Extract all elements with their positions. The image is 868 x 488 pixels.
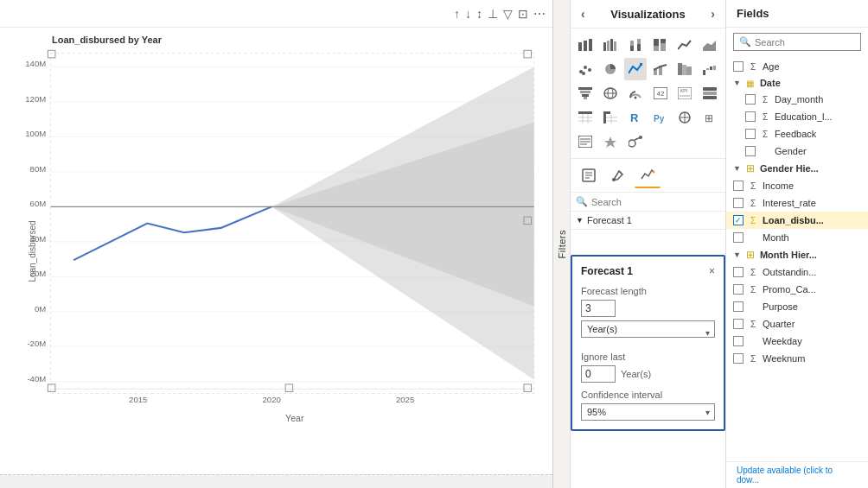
viz-icon-scatter[interactable] [574, 58, 597, 80]
field-item-purpose[interactable]: Purpose [726, 298, 868, 315]
field-item-day-month[interactable]: Σ Day_month [726, 91, 868, 108]
field-item-gender[interactable]: Gender [726, 143, 868, 160]
viz-paint-icon[interactable] [605, 162, 631, 188]
sort-asc-icon[interactable]: ↑ [454, 7, 460, 21]
svg-text:R: R [630, 111, 639, 124]
viz-icon-clustered-bar[interactable] [599, 34, 622, 56]
viz-icon-custom[interactable]: ⊞ [699, 106, 721, 129]
field-item-income[interactable]: Σ Income [726, 177, 868, 194]
viz-icon-area[interactable] [699, 34, 721, 56]
field-checkbox-promo[interactable] [733, 284, 744, 295]
svg-text:80M: 80M [30, 164, 47, 174]
field-item-promo[interactable]: Σ Promo_Ca... [726, 281, 868, 298]
svg-rect-41 [614, 41, 616, 51]
viz-nav-left[interactable]: ‹ [578, 7, 589, 21]
svg-text:42: 42 [656, 90, 664, 98]
field-item-feedback[interactable]: Σ Feedback [726, 125, 868, 143]
fields-title: Fields [737, 7, 769, 20]
viz-icon-line-active[interactable] [624, 58, 647, 80]
viz-format-icon[interactable] [576, 162, 602, 188]
field-item-quarter[interactable]: Σ Quarter [726, 315, 868, 333]
viz-icon-stacked-bar[interactable] [624, 34, 647, 56]
viz-search-input[interactable] [591, 197, 720, 207]
field-icon-hierarchy-month: ⊞ [744, 249, 756, 261]
fields-search-bar[interactable]: 🔍 [733, 33, 861, 51]
viz-icon-line[interactable] [673, 34, 696, 56]
fields-search-input[interactable] [755, 37, 868, 48]
field-item-loan-disburse[interactable]: Σ Loan_disbu... [726, 212, 868, 229]
viz-icon-pie[interactable] [599, 58, 622, 80]
viz-nav-right-arrow[interactable]: › [707, 7, 718, 21]
field-icon-sigma-age: Σ [747, 62, 759, 72]
field-item-age[interactable]: Σ Age [726, 58, 868, 75]
sort-desc-icon[interactable]: ↓ [465, 7, 471, 21]
more-icon[interactable]: ⋯ [533, 7, 546, 21]
field-item-interest-rate[interactable]: Σ Interest_rate [726, 194, 868, 212]
field-group-date[interactable]: ▼ ▦ Date [726, 75, 868, 91]
viz-icon-ribbon[interactable] [673, 58, 696, 80]
svg-rect-43 [630, 41, 634, 46]
forecast-length-input[interactable] [581, 300, 616, 317]
viz-icon-r[interactable]: R [624, 106, 647, 129]
field-group-month-hier[interactable]: ▼ ⊞ Month Hier... [726, 246, 868, 263]
field-checkbox-weeknum[interactable] [733, 353, 744, 364]
field-item-education[interactable]: Σ Education_l... [726, 108, 868, 125]
field-checkbox-feedback[interactable] [745, 129, 756, 139]
expand-icon[interactable]: ⊥ [488, 7, 498, 21]
viz-icon-card[interactable]: 42 [649, 82, 672, 105]
viz-icon-table[interactable] [574, 106, 597, 129]
filter-icon[interactable]: ▽ [503, 7, 513, 21]
svg-point-52 [584, 66, 587, 69]
viz-icon-combo[interactable] [649, 58, 672, 80]
viz-icon-100-bar[interactable] [649, 34, 672, 56]
viz-icon-kpi[interactable]: KPI [673, 82, 696, 105]
field-checkbox-loan-disburse[interactable] [733, 215, 744, 225]
field-checkbox-weekday[interactable] [733, 336, 744, 346]
svg-point-103 [629, 140, 635, 147]
field-checkbox-day-month[interactable] [745, 94, 756, 105]
ignore-last-input[interactable] [581, 365, 616, 383]
viz-icon-more2[interactable] [624, 130, 647, 153]
svg-text:Py: Py [654, 114, 665, 124]
field-checkbox-gender[interactable] [745, 146, 756, 156]
svg-rect-82 [578, 111, 592, 114]
viz-nav-left-arrow[interactable]: ‹ [578, 7, 589, 21]
sort-both-icon[interactable]: ↕ [476, 7, 482, 21]
svg-rect-59 [678, 63, 682, 75]
field-checkbox-quarter[interactable] [733, 319, 744, 329]
viz-icon-narrative[interactable] [574, 130, 597, 153]
viz-icon-gauge[interactable] [624, 82, 647, 105]
field-checkbox-outstanding[interactable] [733, 267, 744, 277]
field-item-weeknum[interactable]: Σ Weeknum [726, 350, 868, 367]
viz-search-bar[interactable]: 🔍 [571, 193, 725, 212]
forecast-section-header[interactable]: ▼ Forecast 1 [571, 212, 725, 230]
field-checkbox-age[interactable] [733, 61, 744, 72]
field-item-month[interactable]: Month [726, 229, 868, 246]
confidence-select[interactable]: 95% 90% 85% 80% 75% 70% [581, 403, 715, 421]
focus-icon[interactable]: ⊡ [518, 7, 528, 21]
field-item-weekday[interactable]: Weekday [726, 333, 868, 350]
viz-analytics-icon[interactable] [635, 162, 661, 188]
viz-icon-slicer[interactable] [699, 82, 721, 105]
field-checkbox-income[interactable] [733, 181, 744, 191]
forecast-popup-close-button[interactable]: × [709, 266, 715, 276]
viz-icon-bar[interactable] [574, 34, 597, 56]
viz-icon-funnel[interactable] [574, 82, 597, 105]
update-bar[interactable]: Update available (click to dow... [726, 461, 868, 488]
field-checkbox-interest-rate[interactable] [733, 198, 744, 208]
field-group-gender-hier[interactable]: ▼ ⊞ Gender Hie... [726, 160, 868, 177]
viz-icon-smart[interactable] [599, 130, 622, 153]
field-checkbox-month[interactable] [733, 232, 744, 243]
viz-icon-matrix[interactable] [599, 106, 622, 129]
viz-icon-decomp[interactable] [673, 106, 696, 129]
viz-icon-py[interactable]: Py [649, 106, 672, 129]
forecast-unit-select[interactable]: Year(s) Month(s) Day(s) [581, 320, 715, 338]
field-item-outstanding[interactable]: Σ Outstandin... [726, 263, 868, 281]
fields-panel: Fields 🔍 Σ Age ▼ ▦ Date Σ Day_month Σ Ed… [726, 0, 868, 488]
viz-nav-right[interactable]: › [707, 7, 718, 21]
viz-icon-map[interactable] [599, 82, 622, 105]
field-checkbox-education[interactable] [745, 111, 756, 122]
viz-icon-waterfall[interactable] [699, 58, 721, 80]
filters-tab[interactable]: Filters [553, 0, 571, 488]
field-checkbox-purpose[interactable] [733, 301, 744, 312]
